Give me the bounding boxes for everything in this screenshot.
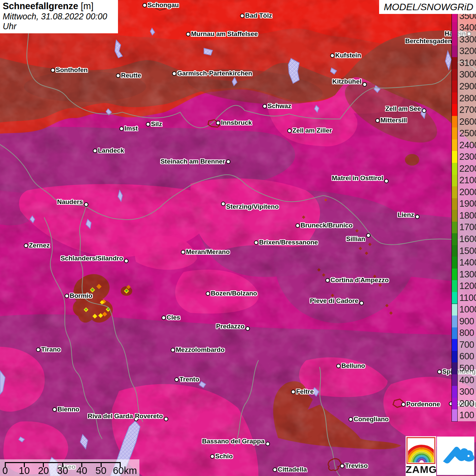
city-dot-codroipo [449, 402, 453, 406]
city-label-feltre: Feltre [296, 388, 314, 396]
map-title: Schneefallgrenze [m] [3, 1, 115, 12]
city-dot-zell-am-ziller [287, 129, 292, 133]
snowfall-limit-map: SchongauBad TölzKemptenMurnau am Staffel… [0, 0, 476, 476]
city-dot-kitzb-hel [362, 82, 367, 87]
map-datetime: Mittwoch, 31.08.2022 00:00 Uhr [3, 12, 115, 31]
city-label-riva-del-garda: Riva del Garda [88, 412, 133, 420]
city-dot-nauders [84, 202, 88, 207]
city-dot-sterzing-vipiteno [221, 202, 225, 206]
city-label-kitzb-hel: Kitzbühel [333, 78, 362, 86]
city-dot-bormio [65, 294, 69, 298]
city-label-reutte: Reutte [121, 71, 141, 80]
city-dot-bienno [52, 407, 57, 412]
city-dot-landeck [93, 149, 97, 153]
city-label-garmisch-partenkirchen: Garmisch-Partenkirchen [177, 69, 252, 78]
city-dot-pordenone [401, 402, 406, 407]
city-dot-zernez [24, 243, 28, 248]
partner-logo [437, 437, 474, 475]
map-unit: [m] [78, 1, 94, 11]
city-label-pordenone: Pordenone [406, 400, 440, 408]
city-dot-mezzolombardo [171, 348, 175, 352]
city-dot-cortina-d-ampezzo [325, 278, 330, 283]
city-label-zernez: Zernez [29, 241, 50, 250]
city-label-spilimbergo: Spilimbergo [442, 368, 476, 376]
city-label-mittersill: Mittersill [380, 116, 407, 124]
city-label-tirano: Tirano [41, 345, 61, 354]
city-dot-reutte [116, 73, 120, 78]
city-dot-lienz [415, 215, 420, 219]
city-label-zell-am-see: Zell am See [385, 105, 421, 113]
city-label-silz: Silz [151, 120, 162, 128]
city-layer: SchongauBad TölzKemptenMurnau am Staffel… [0, 0, 476, 476]
city-dot-innsbruck [216, 121, 220, 125]
city-dot-silz [146, 122, 150, 126]
city-label-bassano-del-grappa: Bassano del Grappa [202, 437, 265, 445]
city-dot-sonthofen [51, 68, 55, 72]
city-label-innsbruck: Innsbruck [221, 119, 252, 127]
city-label-sonthofen: Sonthofen [56, 66, 88, 74]
city-dot-schwaz [262, 104, 267, 108]
city-dot-murnau-am-staffelsee [186, 32, 190, 36]
city-dot-brixen-bressanone [254, 240, 258, 245]
city-label-codroipo: Codroipo [454, 400, 476, 408]
scale-label-60km: 60km [113, 465, 137, 476]
city-label-sillian: Sillian [346, 235, 365, 243]
city-label-imst: Imst [124, 124, 138, 133]
city-label-matrei-in-osttirol: Matrei in Osttirol [332, 174, 383, 182]
city-dot-garmisch-partenkirchen [172, 71, 176, 76]
scale-label-10: 10 [19, 465, 30, 476]
city-label-nauders: Nauders [57, 198, 83, 206]
city-label-treviso: Treviso [345, 462, 368, 470]
city-dot-steinach-am-brenner [226, 159, 231, 164]
scale-label-30: 30 [57, 465, 68, 476]
mountain-cloud-icon [437, 437, 474, 475]
city-dot-treviso [340, 464, 344, 468]
city-dot-kufstein [330, 53, 335, 58]
city-label-berchtesgaden: Berchtesgaden [405, 37, 452, 45]
city-label-murnau-am-staffelsee: Murnau am Staffelsee [191, 30, 258, 38]
model-label: MODEL/SNOWGRiD [384, 2, 473, 13]
city-dot-trento [174, 377, 179, 382]
city-label-schwaz: Schwaz [268, 102, 291, 110]
city-dot-pieve-di-cadore [359, 301, 364, 305]
city-dot-bruneck-brunico [295, 223, 300, 228]
city-dot-hallein [467, 32, 471, 36]
city-dot-belluno [336, 364, 341, 368]
city-dot-bassano-del-grappa [266, 442, 270, 446]
city-dot-schio [210, 454, 215, 459]
city-dot-bad-t-lz [240, 14, 244, 18]
city-label-conegliano: Conegliano [354, 415, 389, 423]
city-label-cles: Cles [167, 313, 180, 322]
city-label-brixen-bressanone: Brixen/Bressanone [259, 238, 318, 247]
city-label-pieve-di-cadore: Pieve di Cadore [310, 297, 358, 305]
scale-label-20: 20 [38, 465, 49, 476]
city-dot-bozen-bolzano [206, 291, 210, 296]
scale-label-50: 50 [96, 465, 106, 476]
zamg-logo: ZAMG [406, 436, 436, 476]
city-dot-meran-merano [181, 250, 185, 254]
city-label-bormio: Bormio [70, 292, 92, 300]
city-dot-predazzo [245, 326, 250, 331]
scale-label-0: 0 [2, 465, 8, 476]
city-label-bad-t-lz: Bad Tölz [245, 12, 272, 20]
scale-bar: 0102030405060km [0, 459, 139, 476]
city-dot-rovereto [164, 417, 168, 421]
scale-label-40: 40 [76, 465, 87, 476]
city-dot-zell-am-see [422, 108, 426, 113]
city-dot-tirano [36, 347, 40, 352]
city-dot-feltre [291, 390, 295, 394]
city-label-rovereto: Rovereto [135, 412, 163, 420]
city-label-hallein: Hallein [445, 30, 466, 38]
city-dot-cles [162, 316, 166, 320]
city-label-landeck: Landeck [98, 147, 124, 155]
city-label-cortina-d-ampezzo: Cortina d'Ampezzo [330, 276, 389, 284]
city-dot-spilimbergo [437, 370, 442, 374]
city-label-schio: Schio [215, 452, 233, 460]
city-label-bienno: Bienno [57, 405, 79, 413]
city-label-steinach-am-brenner: Steinach am Brenner [160, 157, 225, 166]
city-label-cittadella: Cittadella [278, 465, 307, 474]
city-dot-schlanders-silandro [124, 259, 129, 263]
city-label-belluno: Belluno [341, 362, 365, 370]
city-dot-schongau [142, 3, 147, 7]
model-label-box: MODEL/SNOWGRiD [379, 0, 476, 14]
